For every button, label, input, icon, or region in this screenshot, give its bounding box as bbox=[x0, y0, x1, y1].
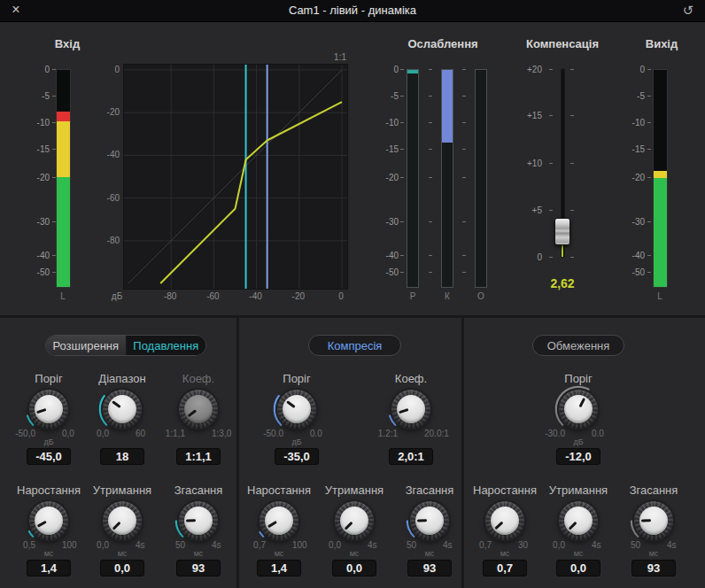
makeup-slider-handle[interactable] bbox=[554, 218, 570, 245]
gate-release-dial[interactable] bbox=[174, 496, 223, 545]
knob-max-label: 20.0:1 bbox=[424, 429, 449, 438]
limiter-threshold-value[interactable]: -12,0 bbox=[556, 448, 600, 465]
meter-tick-dash bbox=[462, 221, 466, 222]
limiter-hold-value[interactable]: 0,0 bbox=[556, 560, 600, 576]
gate-ratio-dial[interactable] bbox=[174, 384, 223, 434]
knob-min-label: 0,7 bbox=[479, 540, 492, 550]
reset-icon[interactable]: ↺ bbox=[678, 0, 698, 21]
meter-tick-dash bbox=[570, 163, 574, 164]
compressor-hold-dial[interactable] bbox=[329, 496, 379, 545]
knob-min-label: 0,5 bbox=[23, 540, 35, 550]
meter-tick-dash bbox=[647, 96, 651, 97]
graph-y-tick: -40 bbox=[107, 150, 120, 159]
compressor-threshold-value[interactable]: -35,0 bbox=[275, 448, 319, 465]
knob-max-label: 30 bbox=[518, 540, 528, 550]
meter-tick-label: -15 bbox=[37, 143, 50, 153]
knob-unit-label: мс bbox=[194, 549, 204, 558]
limiter-release-value[interactable]: 93 bbox=[631, 560, 676, 576]
knob-label: Поріг bbox=[283, 372, 310, 385]
gate-hold-value[interactable]: 0,0 bbox=[100, 560, 144, 576]
compressor-release-dial[interactable] bbox=[405, 496, 454, 545]
compressor-threshold-dial[interactable] bbox=[272, 384, 322, 434]
compressor-release-value[interactable]: 93 bbox=[407, 560, 452, 576]
meter-tick-dash bbox=[647, 177, 651, 178]
compressor-hold-value[interactable]: 0,0 bbox=[332, 560, 376, 576]
makeup-gain-title: Компенсація bbox=[526, 37, 599, 50]
tab-gate[interactable]: Подавлення bbox=[127, 336, 206, 355]
knob-unit-label: мс bbox=[425, 549, 435, 558]
meter-tick-label: -10 bbox=[632, 118, 645, 128]
attenuation-meter-expander bbox=[407, 69, 419, 288]
meter-tick-dash bbox=[400, 122, 404, 123]
limiter-release-dial[interactable] bbox=[629, 496, 678, 545]
compressor-ratio-dial[interactable] bbox=[386, 384, 436, 434]
knob-label: Наростання bbox=[17, 484, 81, 497]
graph-x-tick: 0 bbox=[338, 291, 344, 301]
meter-tick-dash bbox=[549, 163, 553, 164]
gate-range-dial[interactable] bbox=[97, 384, 147, 434]
knob-unit-label: мс bbox=[118, 549, 128, 558]
dynamics-window: × Cam1 - лівий - динаміка ↺ Вхід Ослабле… bbox=[0, 0, 705, 588]
output-channel-label: L bbox=[657, 291, 662, 301]
knob-unit-label: дБ bbox=[291, 437, 301, 446]
meter-tick-label: -40 bbox=[386, 250, 399, 259]
meter-tick-label: -30 bbox=[386, 216, 399, 226]
gate-attack-value[interactable]: 1,4 bbox=[27, 560, 71, 576]
meter-tick-dash bbox=[400, 149, 404, 150]
knob-unit-label: мс bbox=[574, 549, 584, 558]
output-meter-title: Вихід bbox=[646, 37, 678, 50]
limiter-attack-dial[interactable] bbox=[480, 496, 530, 545]
knob-label: Утримання bbox=[549, 484, 608, 497]
gate-release-value[interactable]: 93 bbox=[176, 560, 221, 576]
gate-ratio-value[interactable]: 1:1,1 bbox=[176, 448, 221, 465]
gate-attack-dial[interactable] bbox=[24, 496, 74, 545]
compressor-section-button[interactable]: Компресія bbox=[308, 335, 401, 356]
tab-expander[interactable]: Розширення bbox=[46, 336, 127, 355]
compressor-attack-dial[interactable] bbox=[254, 496, 304, 545]
knob-label: Згасання bbox=[406, 484, 454, 497]
meter-tick-dash bbox=[647, 122, 651, 123]
knob-min-label: -30.0 bbox=[545, 429, 565, 438]
meter-tick-label: +20 bbox=[527, 65, 542, 74]
knob-max-label: 1:3,0 bbox=[212, 429, 231, 438]
meter-tick-label: +5 bbox=[532, 205, 542, 214]
meter-tick-dash bbox=[462, 272, 466, 273]
limiter-hold-dial[interactable] bbox=[554, 496, 603, 545]
knob-unit-label: дБ bbox=[43, 437, 53, 446]
knob-label: Наростання bbox=[473, 484, 537, 497]
meter-tick-label: -20 bbox=[632, 173, 645, 182]
knob-label: Згасання bbox=[630, 484, 678, 497]
compressor-ratio-value[interactable]: 2,0:1 bbox=[389, 448, 433, 465]
gate-range-value[interactable]: 18 bbox=[100, 448, 144, 465]
meter-tick-dash bbox=[570, 210, 574, 211]
meter-tick-label: -30 bbox=[632, 216, 645, 226]
gate-threshold-dial[interactable] bbox=[24, 384, 74, 434]
meter-tick-dash bbox=[647, 69, 651, 70]
meter-tick-label: -5 bbox=[637, 91, 645, 101]
meter-tick-label: -20 bbox=[37, 173, 50, 182]
meter-tick-dash bbox=[462, 96, 466, 97]
knob-min-label: 0,0 bbox=[329, 540, 341, 550]
compressor-attack-value[interactable]: 1,4 bbox=[257, 560, 301, 576]
attenuation-channel-expander: Р bbox=[410, 291, 416, 301]
knob-label: Діапазон bbox=[98, 372, 145, 385]
knob-max-label: 4s bbox=[136, 540, 145, 550]
attenuation-channel-compressor: К bbox=[445, 291, 450, 301]
gate-hold-dial[interactable] bbox=[97, 496, 147, 545]
gate-threshold-value[interactable]: -45,0 bbox=[27, 448, 71, 465]
limiter-attack-value[interactable]: 0,7 bbox=[483, 560, 527, 576]
input-level-meter bbox=[56, 69, 71, 288]
makeup-scale: +20+15+10+50 bbox=[515, 69, 542, 257]
meter-tick-dash bbox=[647, 272, 651, 273]
meter-tick-label: -40 bbox=[632, 250, 645, 259]
knob-unit-label: мс bbox=[275, 549, 284, 558]
meter-tick-dash bbox=[429, 149, 432, 150]
knob-min-label: 50 bbox=[407, 540, 416, 550]
attenuation-scale: 0-5-10-15-20-30-40-50 bbox=[367, 69, 399, 288]
knob-max-label: 4s bbox=[368, 540, 377, 550]
meter-tick-dash bbox=[429, 255, 432, 256]
meter-tick-label: 0 bbox=[44, 65, 50, 74]
limiter-section-button[interactable]: Обмеження bbox=[532, 335, 624, 356]
graph-y-tick: -20 bbox=[107, 107, 120, 117]
limiter-threshold-dial[interactable] bbox=[554, 384, 603, 434]
